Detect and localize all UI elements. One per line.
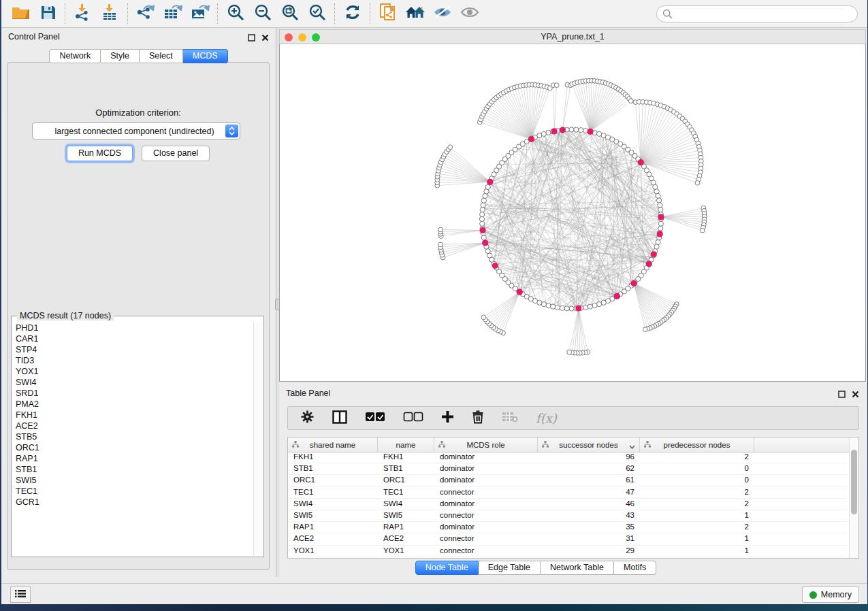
column-header-name[interactable]: name (378, 437, 434, 452)
list-item[interactable]: SRD1 (12, 388, 254, 399)
table-cell: SWI5 (288, 510, 378, 521)
table-row[interactable]: PHD1PHD1dominator180 (288, 557, 850, 559)
list-item[interactable]: YOX1 (12, 366, 254, 377)
table-cell: TEC1 (378, 487, 434, 498)
tab-network-table[interactable]: Network Table (541, 561, 614, 575)
zoom-fit-button[interactable] (276, 2, 304, 25)
column-header-shared-name[interactable]: shared name (288, 437, 378, 452)
tree-icon (542, 441, 549, 449)
table-cell: 31 (538, 533, 640, 544)
task-history-button[interactable] (10, 587, 31, 603)
list-item[interactable]: FKH1 (12, 410, 254, 420)
zoom-in-button[interactable] (222, 2, 249, 25)
column-header-predecessor-nodes[interactable]: predecessor nodes (640, 437, 754, 452)
list-item[interactable]: ORC1 (12, 442, 254, 453)
table-row[interactable]: SWI5SWI5connector431 (288, 510, 850, 522)
column-header-MCDS-role[interactable]: MCDS role (434, 437, 538, 452)
list-item[interactable]: STP4 (12, 344, 254, 355)
tree-icon (438, 441, 445, 449)
list-item[interactable]: SWI4 (12, 377, 254, 388)
scrollbar-thumb[interactable] (851, 450, 857, 514)
save-session-button[interactable] (34, 2, 61, 25)
result-list-scrollbar[interactable] (253, 323, 263, 556)
column-header-successor-nodes[interactable]: successor nodes (538, 437, 640, 452)
show-columns-button[interactable] (332, 410, 347, 427)
zoom-selected-button[interactable] (304, 2, 331, 25)
list-item[interactable]: STB5 (12, 431, 254, 442)
application-window: Control Panel NetworkStyleSelectMCDS Opt… (1, 0, 867, 604)
show-all-button[interactable] (456, 2, 483, 25)
run-mcds-button[interactable]: Run MCDS (67, 146, 133, 161)
table-row[interactable]: STB1STB1dominator620 (288, 463, 850, 475)
table-cell: YOX1 (378, 546, 434, 557)
create-column-button[interactable] (441, 410, 454, 426)
network-canvas[interactable] (279, 44, 866, 382)
list-item[interactable]: RAP1 (12, 453, 254, 464)
open-file-button[interactable] (7, 2, 34, 25)
table-cell: 1 (640, 533, 754, 544)
close-panel-icon[interactable] (852, 389, 859, 401)
tab-node-table[interactable]: Node Table (415, 561, 479, 575)
clone-network-button[interactable] (374, 2, 402, 25)
list-item[interactable]: PMA2 (12, 399, 254, 410)
zoom-out-button[interactable] (249, 2, 276, 25)
table-cell: STB1 (378, 463, 434, 474)
table-cell: YOX1 (288, 546, 378, 557)
list-item[interactable]: STB1 (12, 464, 254, 475)
delete-column-button[interactable] (472, 410, 484, 427)
import-network-button[interactable] (69, 2, 97, 25)
import-table-button[interactable] (97, 2, 124, 25)
export-network-button[interactable] (132, 2, 159, 25)
first-neighbors-button[interactable] (402, 2, 429, 25)
list-item[interactable]: ACE2 (12, 420, 254, 431)
hide-selected-button[interactable] (429, 2, 456, 25)
list-item[interactable]: GCR1 (12, 497, 254, 508)
open-folder-icon (12, 5, 30, 22)
close-panel-icon[interactable] (261, 32, 269, 44)
memory-status-icon (809, 591, 817, 599)
table-cell: dominator (434, 557, 538, 559)
control-panel-tabs: NetworkStyleSelectMCDS (1, 49, 276, 63)
tab-edge-table[interactable]: Edge Table (479, 561, 541, 575)
table-row[interactable]: YOX1YOX1connector291 (288, 546, 850, 557)
list-item[interactable]: SWI5 (12, 475, 254, 486)
table-row[interactable]: TEC1TEC1connector472 (288, 487, 850, 499)
table-header-row: shared namenameMCDS rolesuccessor nodesp… (288, 437, 850, 452)
tab-mcds[interactable]: MCDS (183, 49, 228, 63)
optimization-criterion-select[interactable]: largest connected component (undirected) (32, 122, 240, 139)
search-input[interactable] (656, 5, 858, 22)
mcds-result-list[interactable]: PHD1CAR1STP4TID3YOX1SWI4SRD1PMA2FKH1ACE2… (12, 323, 254, 556)
float-panel-icon[interactable] (248, 32, 255, 44)
list-item[interactable]: TEC1 (12, 486, 254, 497)
table-row[interactable]: ACE2ACE2connector311 (288, 533, 850, 545)
table-row[interactable]: SWI4SWI4dominator462 (288, 499, 850, 510)
tab-network[interactable]: Network (49, 49, 101, 63)
float-panel-icon[interactable] (838, 389, 846, 401)
refresh-styles-button[interactable] (339, 2, 366, 25)
memory-button[interactable]: Memory (802, 587, 859, 603)
table-row[interactable]: ORC1ORC1dominator610 (288, 475, 850, 486)
tab-motifs[interactable]: Motifs (614, 561, 656, 575)
close-panel-button[interactable]: Close panel (142, 146, 210, 161)
list-item[interactable]: TID3 (12, 355, 254, 366)
table-settings-button[interactable] (300, 410, 315, 427)
network-graph[interactable] (280, 44, 865, 381)
table-row[interactable]: RAP1RAP1dominator352 (288, 522, 850, 533)
table-cell: 0 (640, 475, 754, 486)
table-vertical-scrollbar[interactable] (849, 437, 858, 558)
tab-select[interactable]: Select (140, 49, 183, 63)
tab-style[interactable]: Style (101, 49, 140, 63)
network-window-titlebar[interactable]: YPA_prune.txt_1 (279, 29, 866, 44)
select-all-rows-button[interactable] (365, 412, 385, 425)
list-item[interactable]: CAR1 (12, 333, 254, 344)
export-image-button[interactable] (187, 2, 214, 25)
refresh-icon (344, 3, 361, 24)
table-cell: 0 (640, 463, 754, 474)
table-row[interactable]: FKH1FKH1dominator962 (288, 452, 850, 463)
list-item[interactable]: PHD1 (12, 323, 254, 333)
toolbar-separator (334, 3, 336, 24)
deselect-all-rows-button[interactable] (403, 412, 423, 425)
mcds-result-group: MCDS result (17 nodes) PHD1CAR1STP4TID3Y… (11, 316, 264, 557)
table-cell: TEC1 (288, 487, 378, 498)
export-table-button[interactable] (159, 2, 187, 25)
